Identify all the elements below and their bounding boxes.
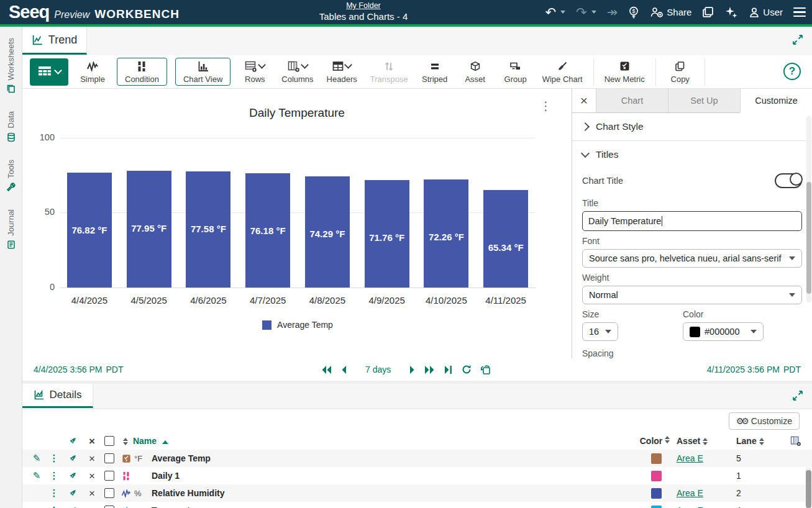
row-checkbox[interactable]: [104, 488, 114, 498]
copy-button[interactable]: Copy: [664, 58, 696, 86]
chart-bar[interactable]: 76.82 °F: [67, 173, 112, 288]
tab-chart[interactable]: Chart: [596, 89, 668, 112]
asset-swap-icon[interactable]: [62, 471, 83, 480]
rows-button[interactable]: Rows: [239, 58, 271, 86]
item-name[interactable]: Daily 1: [152, 471, 636, 481]
sidebar-item-data[interactable]: Data: [6, 111, 16, 142]
details-row-relative-humidity[interactable]: ⋮ × % Relative Humidity Area E 2: [22, 484, 812, 502]
section-chart-style[interactable]: Chart Style: [582, 113, 802, 140]
share-button[interactable]: Share: [650, 7, 691, 18]
row-menu-icon[interactable]: ⋮: [50, 505, 59, 508]
step-to-end-button[interactable]: [444, 365, 453, 374]
step-forward-full-button[interactable]: [424, 365, 436, 374]
forward-icon[interactable]: ↠: [607, 6, 618, 19]
size-select[interactable]: 16: [582, 322, 618, 341]
row-checkbox[interactable]: [104, 453, 114, 463]
sidebar-item-worksheets[interactable]: Worksheets: [6, 38, 16, 94]
wipe-chart-button[interactable]: Wipe Chart: [540, 58, 585, 86]
condition-mode-button[interactable]: Condition: [117, 58, 167, 86]
close-panel-button[interactable]: ×: [572, 89, 596, 112]
asset-swap-icon[interactable]: [62, 489, 83, 497]
details-row-daily-1[interactable]: ✎ ⋮ × Daily 1 1: [22, 467, 812, 484]
ai-assistant-icon[interactable]: [724, 6, 738, 19]
chart-bar[interactable]: 65.34 °F: [483, 190, 528, 288]
color-select[interactable]: #000000: [683, 322, 764, 341]
color-swatch[interactable]: [651, 506, 662, 508]
row-checkbox[interactable]: [104, 471, 114, 481]
chart-title-toggle[interactable]: [775, 173, 802, 188]
details-customize-button[interactable]: ⚙⚙ Customize: [729, 412, 800, 430]
chart-bar[interactable]: 77.58 °F: [186, 171, 230, 288]
add-column-icon[interactable]: [780, 436, 812, 446]
sort-icon[interactable]: [123, 438, 128, 445]
color-swatch[interactable]: [651, 488, 662, 499]
tab-set-up[interactable]: Set Up: [668, 89, 740, 112]
weight-select[interactable]: Normal: [582, 286, 802, 304]
duration-label[interactable]: 7 days: [365, 365, 391, 374]
lane-column-header[interactable]: Lane: [736, 436, 780, 446]
color-column-header[interactable]: Color: [636, 436, 677, 446]
asset-link[interactable]: Area E: [677, 453, 703, 463]
tab-customize[interactable]: Customize: [740, 89, 812, 112]
name-column-header[interactable]: Name: [133, 436, 157, 446]
select-all-checkbox[interactable]: [104, 436, 114, 446]
item-name[interactable]: Temperature: [152, 506, 636, 508]
remove-item-icon[interactable]: ×: [83, 471, 101, 481]
remove-item-icon[interactable]: ×: [83, 506, 101, 508]
details-row-average-temp[interactable]: ✎ ⋮ × °F Average Temp Area E 5: [22, 450, 812, 467]
columns-button[interactable]: Columns: [279, 58, 316, 86]
striped-button[interactable]: Striped: [419, 58, 451, 86]
chart-bar[interactable]: 74.29 °F: [305, 176, 350, 288]
section-titles[interactable]: Titles: [582, 141, 802, 168]
remove-item-icon[interactable]: ×: [83, 488, 101, 499]
asset-link[interactable]: Area E: [677, 488, 703, 498]
breadcrumb-my-folder[interactable]: My Folder: [276, 1, 450, 11]
copy-time-range-button[interactable]: [480, 365, 491, 375]
redo-button[interactable]: ↷: [576, 6, 596, 19]
row-menu-icon[interactable]: ⋮: [50, 453, 59, 463]
view-selector-button[interactable]: [30, 58, 68, 86]
group-button[interactable]: Group: [500, 58, 532, 86]
hamburger-menu-icon[interactable]: [793, 7, 806, 17]
help-button[interactable]: ?: [783, 63, 801, 80]
row-menu-icon[interactable]: ⋮: [50, 470, 59, 481]
chart-bar[interactable]: 77.95 °F: [127, 171, 171, 288]
asset-button[interactable]: Asset: [459, 58, 491, 86]
value-capture-icon[interactable]: $: [628, 6, 639, 19]
user-menu[interactable]: User: [749, 7, 783, 18]
undo-caret-icon[interactable]: [560, 11, 565, 14]
expand-details-icon[interactable]: [792, 390, 803, 401]
row-menu-icon[interactable]: ⋮: [50, 488, 59, 498]
scrollbar-thumb[interactable]: [806, 470, 811, 508]
chart-bar[interactable]: 72.26 °F: [424, 179, 468, 288]
tab-details[interactable]: Details: [22, 384, 93, 408]
chart-view-button[interactable]: Chart View: [175, 58, 230, 86]
item-name[interactable]: Relative Humidity: [152, 488, 636, 498]
panel-scrollbar[interactable]: [806, 116, 811, 302]
tab-trend[interactable]: Trend: [22, 27, 87, 55]
expand-trend-icon[interactable]: [792, 34, 803, 45]
step-back-full-button[interactable]: [321, 365, 332, 374]
refresh-button[interactable]: [462, 365, 472, 374]
step-back-half-button[interactable]: [340, 365, 347, 374]
details-row-temperature[interactable]: ⋮ × °F Temperature Area E 4: [22, 502, 812, 508]
chart-bar[interactable]: 71.76 °F: [365, 180, 409, 288]
new-metric-button[interactable]: New Metric: [602, 58, 647, 86]
font-select[interactable]: Source sans pro, helvetica nueu, arial s…: [582, 249, 802, 268]
remove-column-icon[interactable]: ×: [83, 436, 101, 447]
chart-bar[interactable]: 76.18 °F: [245, 173, 290, 288]
sidebar-item-journal[interactable]: Journal: [6, 209, 16, 250]
asset-swap-column-icon[interactable]: [62, 437, 83, 445]
undo-button[interactable]: ↶: [545, 6, 565, 19]
edit-pencil-icon[interactable]: ✎: [33, 470, 41, 481]
asset-column-header[interactable]: Asset: [677, 436, 736, 446]
headers-button[interactable]: Headers: [324, 58, 360, 86]
asset-link[interactable]: Area E: [677, 506, 703, 508]
asset-swap-icon[interactable]: [62, 454, 83, 463]
remove-item-icon[interactable]: ×: [83, 453, 101, 464]
details-scrollbar[interactable]: [806, 468, 811, 508]
chart-menu-button[interactable]: ⋮: [540, 100, 552, 112]
redo-caret-icon[interactable]: [591, 11, 596, 14]
color-swatch[interactable]: [651, 453, 662, 464]
item-name[interactable]: Average Temp: [152, 453, 636, 463]
